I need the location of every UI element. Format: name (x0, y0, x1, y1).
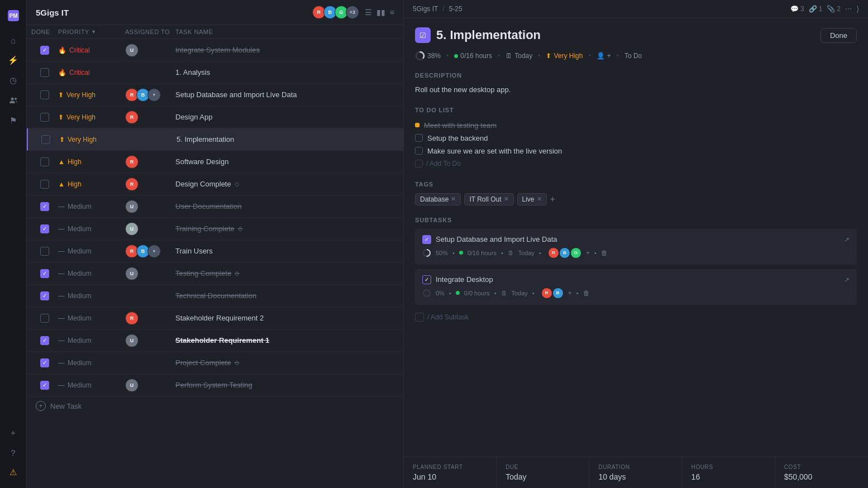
task-name: Training Complete ◇ (175, 224, 399, 233)
avatar: + (147, 88, 161, 102)
more-icon[interactable]: ⋯ (845, 5, 852, 13)
task-checkbox[interactable] (40, 113, 49, 122)
subtask-delete-icon[interactable]: 🗑 (601, 249, 608, 257)
subtask-avatar: B (559, 247, 570, 259)
tag-remove-database[interactable]: ✕ (451, 195, 456, 203)
list-item: Setup the backend (415, 132, 857, 145)
comments-icon[interactable]: 💬 3 (790, 5, 804, 13)
done-button[interactable]: Done (821, 28, 857, 43)
table-row[interactable]: — Medium U Stakeholder Requirement 1 (27, 329, 403, 352)
priority-cell: — Medium (58, 314, 125, 322)
task-checkbox[interactable] (40, 247, 49, 256)
task-checkbox[interactable] (40, 180, 49, 189)
add-icon[interactable]: + (4, 423, 22, 441)
table-row[interactable]: — Medium U Perform System Testing (27, 374, 403, 396)
subtask-external-link[interactable]: ↗ (844, 276, 850, 284)
breadcrumb-task[interactable]: 5-25 (449, 5, 462, 13)
priority-item[interactable]: ⬆ Very High (546, 52, 583, 60)
help-icon[interactable]: ? (4, 443, 22, 461)
task-checkbox[interactable] (40, 336, 49, 345)
table-row[interactable]: — Medium Technical Documentation (27, 285, 403, 307)
subtask-date: Today (518, 250, 535, 256)
table-row[interactable]: ⬆ Very High R B + Setup Database and Imp… (27, 84, 403, 106)
todo-checkbox[interactable] (415, 134, 423, 142)
chart-icon[interactable]: ▮▮ (376, 8, 385, 17)
table-row[interactable]: — Medium Project Complete ◇ (27, 352, 403, 374)
task-checkbox[interactable] (40, 224, 49, 233)
subtask-delete-icon[interactable]: 🗑 (583, 289, 590, 297)
task-checkbox[interactable] (41, 135, 50, 144)
table-row[interactable]: ▲ High R Software Design (27, 151, 403, 173)
table-row[interactable]: — Medium R Stakeholder Requirement 2 (27, 307, 403, 329)
table-row[interactable]: 🔥 Critical 1. Analysis (27, 61, 403, 84)
add-task-row[interactable]: + New Task (27, 396, 403, 415)
tags-row: Database ✕ IT Roll Out ✕ Live ✕ + (415, 193, 857, 205)
priority-cell: — Medium (58, 203, 125, 210)
subtask-checkbox[interactable] (422, 275, 431, 284)
avatar: U (125, 200, 139, 213)
todo-checkbox[interactable] (415, 147, 423, 155)
todo-text: Make sure we are set with the live versi… (427, 147, 562, 155)
task-checkbox[interactable] (40, 381, 49, 390)
table-row[interactable]: — Medium U Training Complete ◇ (27, 218, 403, 240)
table-row[interactable]: — Medium R B + Train Users (27, 240, 403, 262)
task-checkbox[interactable] (40, 46, 49, 55)
task-checkbox[interactable] (40, 314, 49, 323)
todo-text: Meet with testing team (424, 121, 497, 130)
table-row[interactable]: ⬆ Very High 5. Implementation (27, 128, 403, 151)
duration-value: 10 days (598, 472, 673, 481)
attachments-icon[interactable]: 📎 2 (827, 5, 841, 13)
subtask-external-link[interactable]: ↗ (844, 236, 850, 243)
add-todo-row[interactable]: / Add To Do (415, 157, 857, 170)
home-icon[interactable]: ⌂ (4, 31, 22, 49)
detail-content: ☑ 5. Implementation Done 38% • 0/16 hour… (404, 18, 868, 457)
status-item[interactable]: To Do (624, 52, 642, 60)
tag-remove-live[interactable]: ✕ (537, 195, 542, 203)
task-checkbox[interactable] (40, 68, 49, 77)
task-checkbox[interactable] (40, 358, 49, 367)
subtask-avatar: G (570, 247, 581, 259)
links-icon[interactable]: 🔗 1 (809, 5, 823, 13)
app-logo[interactable]: PM (4, 7, 22, 25)
alert-icon[interactable]: ⚠ (4, 463, 22, 481)
col-priority[interactable]: PRIORITY ▼ (58, 28, 125, 35)
add-tag-button[interactable]: + (550, 195, 555, 204)
clock-icon[interactable]: ◷ (4, 71, 22, 89)
collapse-button[interactable]: ⟩ (856, 4, 859, 13)
subtask-hours: 0/16 hours (468, 250, 497, 256)
subtask-checkbox[interactable] (422, 235, 431, 244)
bottom-bar: PLANNED START Jun 10 DUE Today DURATION … (404, 457, 868, 488)
table-row[interactable]: ▲ High R Design Complete ◇ (27, 173, 403, 195)
subtask-item: Setup Database and Import Live Data ↗ 50… (415, 229, 857, 265)
breadcrumb-sep: / (442, 5, 444, 13)
assign-item[interactable]: 👤 + (597, 52, 611, 60)
breadcrumb-project[interactable]: 5Gigs IT (413, 5, 438, 13)
subtask-add-icon[interactable]: + (568, 289, 572, 297)
svg-text:PM: PM (9, 13, 17, 19)
task-name: 1. Analysis (175, 68, 399, 76)
list-icon[interactable]: ≡ (390, 8, 394, 17)
task-checkbox[interactable] (40, 269, 49, 278)
tags-label: TAGS (415, 181, 857, 188)
table-row[interactable]: ⬆ Very High R Design App (27, 106, 403, 128)
users-icon[interactable] (4, 92, 22, 109)
menu-icon[interactable]: ☰ (365, 8, 372, 17)
add-subtask-checkbox (415, 313, 424, 322)
flag-icon[interactable]: ⚑ (4, 112, 22, 130)
subtask-add-icon[interactable]: + (586, 249, 590, 257)
task-checkbox[interactable] (40, 202, 49, 211)
table-row[interactable]: — Medium U Testing Complete ◇ (27, 262, 403, 285)
task-checkbox[interactable] (40, 291, 49, 300)
tag-remove-it-roll-out[interactable]: ✕ (504, 195, 509, 203)
task-checkbox[interactable] (40, 157, 49, 166)
progress-item: 38% (415, 51, 441, 61)
task-checkbox[interactable] (40, 90, 49, 99)
subtask-meta: 50% • 0/16 hours • 🗓 Today • R B G + • � (422, 247, 850, 259)
description-label: DESCRIPTION (415, 72, 857, 79)
priority-cell: ⬆ Very High (58, 113, 125, 121)
add-subtask-row[interactable]: / Add Subtask (415, 309, 857, 325)
lightning-icon[interactable]: ⚡ (4, 51, 22, 69)
table-row[interactable]: 🔥 Critical U Integrate System Modules (27, 39, 403, 61)
todo-label: TO DO LIST (415, 107, 857, 113)
table-row[interactable]: — Medium U User Documentation (27, 195, 403, 218)
